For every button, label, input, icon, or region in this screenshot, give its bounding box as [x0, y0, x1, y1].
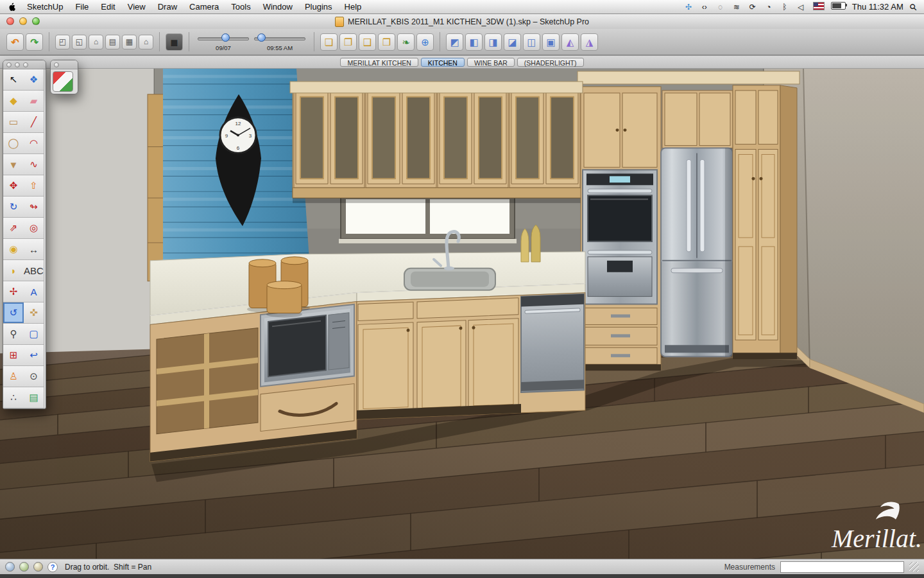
standard-view-button[interactable]: ▣	[542, 33, 560, 51]
menu-item[interactable]: Tools	[231, 2, 250, 12]
tool-button[interactable]: ♙	[3, 366, 24, 387]
menubar-status-icon[interactable]: ✣	[685, 3, 692, 12]
tool-button[interactable]: ✜	[24, 302, 44, 324]
view-preset-button[interactable]: ▤	[105, 35, 120, 49]
shadow-time-slider[interactable]: 09:55 AM	[252, 31, 308, 52]
date-slider-thumb[interactable]	[221, 33, 230, 42]
standard-view-button[interactable]: ◮	[581, 33, 598, 51]
style-cube-button[interactable]: ◼	[166, 33, 183, 51]
time-slider-thumb[interactable]	[257, 33, 266, 42]
menu-item[interactable]: Help	[345, 2, 362, 12]
shadow-button[interactable]: ❑	[359, 33, 376, 51]
shaderlight-render-button[interactable]	[53, 71, 73, 92]
battery-icon[interactable]	[831, 2, 846, 12]
view-preset-button[interactable]: ◱	[72, 35, 87, 49]
menu-item[interactable]: Camera	[189, 2, 219, 12]
minimize-window-button[interactable]	[19, 17, 27, 25]
tool-button[interactable]: ↻	[3, 197, 24, 218]
tool-button[interactable]: ↺	[3, 302, 24, 324]
plugin-palette-titlebar[interactable]	[51, 60, 78, 69]
redo-button[interactable]: ↷	[26, 33, 43, 51]
scene-tab[interactable]: WINE BAR	[467, 58, 515, 67]
view-preset-button[interactable]: ◰	[55, 35, 70, 49]
standard-view-button[interactable]: ◫	[523, 33, 540, 51]
palette-close-button[interactable]	[6, 62, 12, 67]
menubar-status-icon[interactable]: ◔	[765, 3, 773, 12]
tool-button[interactable]: ⊞	[3, 345, 24, 366]
tool-button[interactable]: ↔	[24, 239, 44, 260]
view-preset-button[interactable]: ▦	[122, 35, 137, 49]
menubar-status-icon[interactable]: ᛒ	[781, 3, 789, 12]
standard-view-button[interactable]: ◧	[465, 33, 483, 51]
tool-button[interactable]: ▰	[24, 91, 44, 112]
palette-close-button[interactable]	[54, 62, 59, 67]
tool-button[interactable]: ⇗	[3, 218, 24, 239]
menubar-status-icon[interactable]: ◁	[797, 3, 805, 12]
tool-button[interactable]: ◉	[3, 239, 24, 260]
tool-button[interactable]: ▼	[3, 154, 24, 175]
menu-item[interactable]: Window	[263, 2, 293, 12]
standard-view-button[interactable]: ◨	[484, 33, 502, 51]
status-orb-button-1[interactable]	[5, 562, 15, 572]
tool-button[interactable]: ▤	[24, 387, 44, 408]
menu-item[interactable]: Edit	[101, 2, 115, 12]
palette-titlebar[interactable]	[3, 60, 46, 69]
shadow-button[interactable]: ❏	[320, 33, 338, 51]
tool-button[interactable]: ∴	[3, 387, 24, 408]
menu-item[interactable]: SketchUp	[27, 2, 63, 12]
shadow-date-slider[interactable]: 09/07	[195, 31, 252, 52]
view-preset-button[interactable]: ⌂	[139, 35, 153, 49]
tool-button[interactable]: ◠	[24, 133, 44, 154]
tool-button[interactable]: ▢	[24, 324, 44, 345]
model-viewport[interactable]: 12 3 6 9	[0, 69, 924, 559]
menubar-status-icon[interactable]: ⟳	[749, 3, 757, 12]
tool-button[interactable]: ABC	[24, 260, 44, 281]
shadow-button[interactable]: ❧	[397, 33, 415, 51]
tool-button[interactable]: ◎	[24, 218, 44, 239]
tool-button[interactable]: ╱	[24, 112, 44, 133]
menubar-clock[interactable]: Thu 11:32 AM	[852, 2, 903, 12]
standard-view-button[interactable]: ◭	[561, 33, 579, 51]
tool-button[interactable]: ⚲	[3, 324, 24, 345]
shadow-button[interactable]: ❒	[378, 33, 395, 51]
tool-button[interactable]: ⊙	[24, 366, 44, 387]
menu-item[interactable]: Plugins	[305, 2, 332, 12]
menu-item[interactable]: File	[75, 2, 89, 12]
menubar-status-icon[interactable]: ‹›	[701, 3, 708, 12]
menubar-status-icon[interactable]: ≋	[733, 3, 740, 12]
tool-button[interactable]: ◆	[3, 91, 24, 112]
zoom-window-button[interactable]	[32, 17, 40, 25]
measurements-input[interactable]	[780, 561, 904, 573]
tool-button[interactable]: A	[24, 281, 44, 302]
scene-tab[interactable]: (SHADERLIGHT)	[517, 58, 584, 67]
tool-button[interactable]: ∿	[24, 154, 44, 175]
tool-button[interactable]: ⇧	[24, 175, 44, 197]
menubar-status-icon[interactable]: ◌	[717, 3, 724, 12]
resize-grip[interactable]	[909, 562, 919, 572]
close-window-button[interactable]	[6, 17, 14, 25]
window-titlebar[interactable]: MERILLAT_KBIS 2011_M1 KICTHEN_3DW (1).sk…	[0, 14, 924, 30]
scene-tab[interactable]: KITCHEN	[421, 58, 465, 67]
menu-item[interactable]: View	[128, 2, 146, 12]
shadow-button[interactable]: ⊕	[416, 33, 434, 51]
tool-button[interactable]: ◗	[3, 260, 24, 281]
spotlight-search-icon[interactable]: ⚲	[907, 1, 920, 13]
standard-view-button[interactable]: ◩	[446, 33, 463, 51]
tool-button[interactable]: ↖	[3, 69, 24, 91]
tool-button[interactable]: ↩	[24, 345, 44, 366]
input-language-flag-icon[interactable]	[813, 2, 825, 12]
status-orb-button-3[interactable]	[33, 562, 43, 572]
help-button[interactable]: ?	[47, 562, 58, 572]
scene-tab[interactable]: MERILLAT KITCHEN	[340, 58, 418, 67]
tool-button[interactable]: ▭	[3, 112, 24, 133]
tool-button[interactable]: ◯	[3, 133, 24, 154]
tool-button[interactable]: ✢	[3, 281, 24, 302]
status-orb-button-2[interactable]	[19, 562, 29, 572]
tool-button[interactable]: ✥	[3, 175, 24, 197]
view-preset-button[interactable]: ⌂	[89, 35, 103, 49]
tool-button[interactable]: ❖	[24, 69, 44, 91]
standard-view-button[interactable]: ◪	[504, 33, 521, 51]
apple-menu-icon[interactable]	[8, 2, 17, 12]
shadow-button[interactable]: ❐	[339, 33, 357, 51]
undo-button[interactable]: ↶	[6, 33, 24, 51]
